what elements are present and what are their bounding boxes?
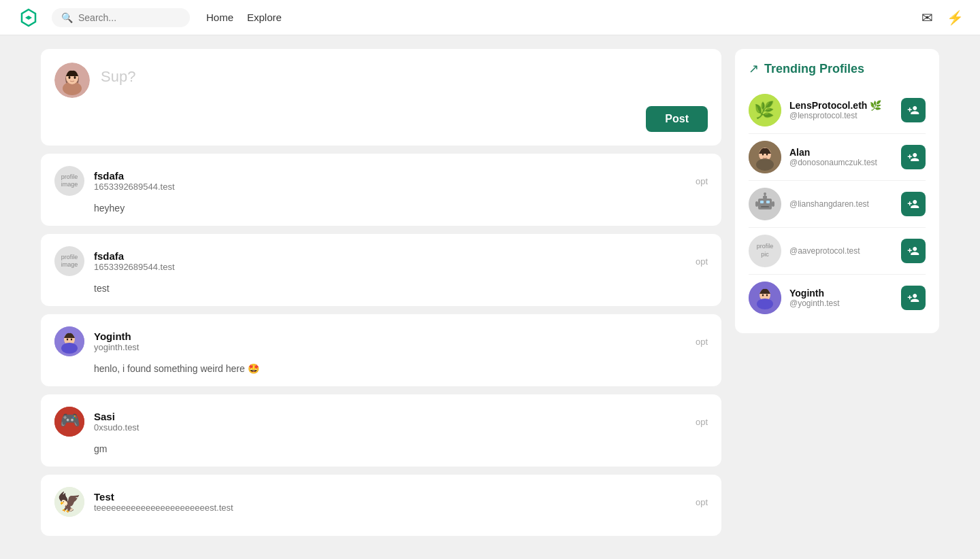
search-input[interactable] (78, 12, 180, 23)
post-avatar (54, 326, 84, 356)
header-right: ✉ ⚡ (921, 10, 964, 26)
trending-avatar: profilepic (749, 235, 781, 267)
follow-button[interactable] (901, 98, 926, 122)
flash-icon[interactable]: ⚡ (947, 10, 964, 26)
post-content: heyhey (54, 203, 708, 214)
svg-rect-24 (758, 199, 772, 209)
mail-icon[interactable]: ✉ (921, 10, 933, 26)
svg-rect-31 (755, 201, 758, 207)
trending-item: @lianshangdaren.test (749, 181, 926, 228)
trending-handle: @aaveprotocol.test (789, 246, 893, 256)
compose-footer: Post (54, 106, 708, 132)
post-card: 🎮 Sasi 0xsudo.test opt gm (41, 394, 721, 467)
lens-logo[interactable] (16, 5, 41, 30)
nav-home[interactable]: Home (206, 9, 233, 26)
trending-info: LensProtocol.eth 🌿 @lensprotocol.test (789, 100, 893, 120)
post-name: Sasi (94, 411, 686, 422)
search-box[interactable]: 🔍 (52, 8, 190, 27)
svg-point-10 (67, 339, 68, 341)
compose-avatar (54, 63, 90, 98)
svg-text:🌿: 🌿 (754, 100, 774, 120)
svg-point-11 (71, 339, 72, 341)
svg-point-37 (766, 294, 768, 297)
post-avatar: profileimage (54, 246, 84, 276)
trending-name: LensProtocol.eth 🌿 (789, 100, 893, 111)
post-card: profileimage fsdafa 1653392689544.test o… (41, 154, 721, 226)
svg-rect-32 (772, 201, 774, 207)
feed: Sup? Post profileimage fsdafa 1653392689… (41, 49, 721, 536)
trending-avatar (749, 282, 781, 314)
svg-rect-25 (760, 201, 764, 203)
svg-point-9 (61, 343, 78, 354)
post-header: Yoginth yoginth.test opt (54, 326, 708, 356)
svg-rect-28 (763, 196, 767, 199)
post-options[interactable]: opt (696, 256, 708, 267)
post-options[interactable]: opt (696, 337, 708, 347)
trending-info: Yoginth @yoginth.test (789, 288, 893, 308)
post-content: test (54, 283, 708, 294)
trending-handle: @lensprotocol.test (789, 111, 893, 120)
svg-point-30 (764, 192, 766, 195)
post-avatar: 🎮 (54, 407, 84, 437)
trending-name: Alan (789, 147, 893, 158)
compose-inner: Sup? (54, 63, 708, 98)
post-name: Yoginth (94, 331, 686, 342)
header-left: 🔍 Home Explore (16, 5, 282, 30)
post-handle: 0xsudo.test (94, 422, 686, 433)
trending-info: Alan @donosonaumczuk.test (789, 147, 893, 167)
post-header: 🦅 Test teeeeeeeeeeeeeeeeeeeeeeest.test o… (54, 487, 708, 517)
post-options[interactable]: opt (696, 497, 708, 507)
trending-handle: @donosonaumczuk.test (789, 158, 893, 167)
follow-button[interactable] (901, 145, 926, 169)
post-header: profileimage fsdafa 1653392689544.test o… (54, 246, 708, 276)
post-content: gm (54, 443, 708, 454)
follow-button[interactable] (901, 239, 926, 263)
trending-avatar: 🌿 (749, 94, 781, 126)
svg-rect-27 (761, 206, 769, 207)
post-card: profileimage fsdafa 1653392689544.test o… (41, 234, 721, 306)
post-handle: teeeeeeeeeeeeeeeeeeeeeeest.test (94, 503, 686, 513)
follow-button[interactable] (901, 286, 926, 310)
post-header: profileimage fsdafa 1653392689544.test o… (54, 166, 708, 196)
sidebar: ↗ Trending Profiles 🌿 LensProtocol.eth 🌿… (735, 49, 939, 536)
trending-header: ↗ Trending Profiles (749, 61, 926, 76)
trending-item: Alan @donosonaumczuk.test (749, 134, 926, 181)
trending-name: Yoginth (789, 288, 893, 299)
post-options[interactable]: opt (696, 176, 708, 186)
search-icon: 🔍 (61, 12, 73, 23)
header: 🔍 Home Explore ✉ ⚡ (0, 0, 980, 35)
post-avatar: profileimage (54, 166, 84, 196)
trending-info: @lianshangdaren.test (789, 199, 893, 209)
post-button[interactable]: Post (646, 106, 708, 132)
post-name: fsdafa (94, 170, 686, 182)
trending-avatar (749, 188, 781, 220)
main-content: Sup? Post profileimage fsdafa 1653392689… (0, 35, 980, 549)
post-name: fsdafa (94, 250, 686, 262)
post-meta: fsdafa 1653392689544.test (94, 250, 686, 272)
trending-info: @aaveprotocol.test (789, 246, 893, 256)
post-handle: yoginth.test (94, 342, 686, 352)
svg-point-5 (69, 76, 71, 79)
nav-explore[interactable]: Explore (247, 9, 282, 26)
post-content: henlo, i found something weird here 🤩 (54, 363, 708, 374)
trending-icon: ↗ (749, 61, 759, 76)
trending-item: profilepic @aaveprotocol.test (749, 228, 926, 275)
main-nav: Home Explore (206, 9, 282, 26)
compose-box: Sup? Post (41, 49, 721, 146)
follow-button[interactable] (901, 192, 926, 216)
post-meta: Test teeeeeeeeeeeeeeeeeeeeeeest.test (94, 491, 686, 513)
post-options[interactable]: opt (696, 417, 708, 427)
trending-handle: @lianshangdaren.test (789, 199, 893, 209)
svg-text:🎮: 🎮 (60, 410, 80, 430)
compose-placeholder[interactable]: Sup? (101, 63, 708, 86)
post-card: Yoginth yoginth.test opt henlo, i found … (41, 314, 721, 386)
post-avatar: 🦅 (54, 487, 84, 517)
post-handle: 1653392689544.test (94, 262, 686, 272)
svg-point-22 (766, 154, 768, 156)
post-meta: fsdafa 1653392689544.test (94, 170, 686, 192)
svg-point-35 (757, 299, 773, 309)
post-header: 🎮 Sasi 0xsudo.test opt (54, 407, 708, 437)
trending-item: Yoginth @yoginth.test (749, 275, 926, 321)
svg-text:🦅: 🦅 (57, 491, 81, 513)
svg-point-36 (762, 294, 764, 297)
